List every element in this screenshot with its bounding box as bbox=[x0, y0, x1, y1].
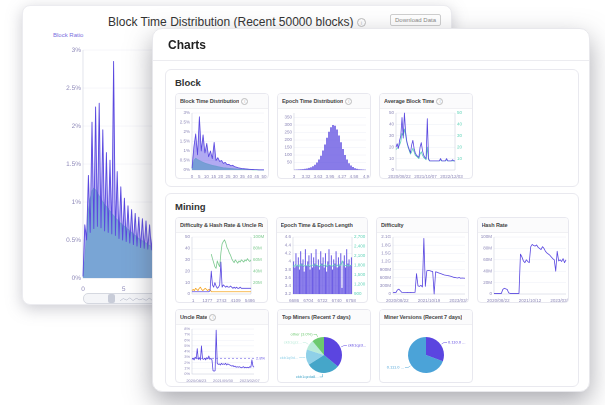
back-card-title-row: Block Time Distribution (Recent 50000 bl… bbox=[23, 15, 451, 29]
chart-card-epoch-time-epoch-length[interactable]: Epoch Time & Epoch Length bbox=[276, 217, 369, 303]
miner-versions-pie-chart[interactable] bbox=[380, 325, 472, 383]
average-block-time-chart[interactable] bbox=[380, 109, 472, 179]
chart-card-difficulty[interactable]: Difficulty bbox=[376, 217, 469, 303]
chart-title: Difficulty & Hash Rate & Uncle Rate bbox=[180, 222, 263, 228]
mining-charts-row-2: Uncle Rate i Top Miners (Recent 7 days) … bbox=[175, 309, 569, 383]
slider-handle-icon[interactable] bbox=[108, 294, 115, 303]
chart-card-hash-rate[interactable]: Hash Rate bbox=[477, 217, 570, 303]
download-data-button[interactable]: Download Data bbox=[390, 14, 441, 26]
chart-card-head: Epoch Time & Epoch Length bbox=[277, 218, 368, 233]
chart-title: Epoch Time & Epoch Length bbox=[281, 222, 353, 228]
top-miners-pie-chart[interactable] bbox=[278, 325, 370, 383]
chart-card-top-miners[interactable]: Top Miners (Recent 7 days) bbox=[277, 309, 371, 383]
difficulty-chart[interactable] bbox=[377, 233, 469, 303]
y-axis-label: Block Ratio bbox=[53, 32, 83, 38]
chart-card-average-block-time[interactable]: Average Block Time i bbox=[379, 93, 473, 179]
difficulty-hashrate-unclerate-chart[interactable] bbox=[176, 233, 268, 303]
chart-card-miner-versions[interactable]: Miner Versions (Recent 7 days) bbox=[379, 309, 473, 383]
section-title-block: Block bbox=[175, 77, 569, 88]
chart-title: Block Time Distribution bbox=[180, 98, 239, 104]
info-icon[interactable]: i bbox=[345, 98, 352, 105]
info-icon[interactable]: i bbox=[209, 314, 216, 321]
section-title-mining: Mining bbox=[175, 201, 569, 212]
epoch-time-epoch-length-chart[interactable] bbox=[277, 233, 369, 303]
block-time-distribution-mini-chart[interactable] bbox=[176, 109, 268, 179]
chart-title: Top Miners (Recent 7 days) bbox=[282, 314, 351, 320]
chart-card-head: Epoch Time Distribution i bbox=[278, 94, 370, 109]
charts-panel: Charts Block Block Time Distribution i E… bbox=[152, 28, 590, 392]
info-icon[interactable]: i bbox=[357, 18, 366, 27]
chart-card-uncle-rate[interactable]: Uncle Rate i bbox=[175, 309, 269, 383]
chart-title: Hash Rate bbox=[482, 222, 508, 228]
epoch-time-distribution-chart[interactable] bbox=[278, 109, 370, 179]
chart-card-head: Miner Versions (Recent 7 days) bbox=[380, 310, 472, 325]
chart-card-head: Difficulty & Hash Rate & Uncle Rate bbox=[176, 218, 267, 233]
chart-title: Difficulty bbox=[381, 222, 404, 228]
charts-header: Charts bbox=[153, 29, 589, 61]
chart-card-head: Uncle Rate i bbox=[176, 310, 268, 325]
chart-title: Uncle Rate bbox=[180, 314, 207, 320]
chart-card-head: Hash Rate bbox=[478, 218, 569, 233]
section-block: Block Block Time Distribution i Epoch Ti… bbox=[165, 69, 579, 187]
chart-card-difficulty-hashrate-unclerate[interactable]: Difficulty & Hash Rate & Uncle Rate bbox=[175, 217, 268, 303]
section-mining: Mining Difficulty & Hash Rate & Uncle Ra… bbox=[165, 193, 579, 387]
mining-charts-row-1: Difficulty & Hash Rate & Uncle Rate Epoc… bbox=[175, 217, 569, 303]
page: Block Time Distribution (Recent 50000 bl… bbox=[0, 0, 605, 405]
chart-card-head: Average Block Time i bbox=[380, 94, 472, 109]
chart-card-block-time-distribution[interactable]: Block Time Distribution i bbox=[175, 93, 269, 179]
page-title: Block Time Distribution (Recent 50000 bl… bbox=[108, 15, 353, 29]
chart-title: Miner Versions (Recent 7 days) bbox=[384, 314, 462, 320]
chart-title: Epoch Time Distribution bbox=[282, 98, 343, 104]
info-icon[interactable]: i bbox=[241, 98, 248, 105]
chart-card-head: Top Miners (Recent 7 days) bbox=[278, 310, 370, 325]
block-charts-row: Block Time Distribution i Epoch Time Dis… bbox=[175, 93, 569, 179]
info-icon[interactable]: i bbox=[436, 98, 443, 105]
chart-title: Average Block Time bbox=[384, 98, 434, 104]
uncle-rate-chart[interactable] bbox=[176, 325, 268, 383]
chart-card-head: Block Time Distribution i bbox=[176, 94, 268, 109]
hash-rate-chart[interactable] bbox=[478, 233, 570, 303]
chart-card-epoch-time-distribution[interactable]: Epoch Time Distribution i bbox=[277, 93, 371, 179]
chart-card-head: Difficulty bbox=[377, 218, 468, 233]
